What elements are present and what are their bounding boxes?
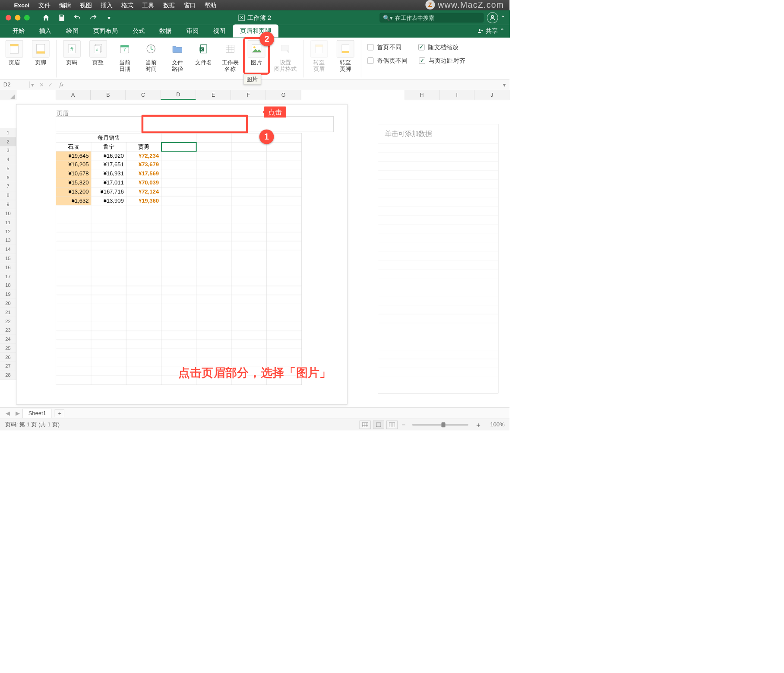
tab-draw[interactable]: 绘图 bbox=[59, 25, 86, 38]
tab-data[interactable]: 数据 bbox=[152, 25, 179, 38]
row-9[interactable]: 9 bbox=[0, 200, 16, 209]
user-account-icon[interactable] bbox=[487, 12, 498, 23]
col-A[interactable]: A bbox=[56, 90, 91, 100]
menu-file[interactable]: 文件 bbox=[38, 1, 50, 9]
header-left-box[interactable] bbox=[56, 116, 142, 132]
menu-format[interactable]: 格式 bbox=[121, 1, 133, 9]
row-17[interactable]: 17 bbox=[0, 272, 16, 281]
undo-icon[interactable] bbox=[73, 13, 82, 22]
footer-button[interactable]: 页脚 bbox=[29, 39, 52, 66]
col-G[interactable]: G bbox=[266, 90, 301, 100]
file-name-button[interactable]: X 文件名 bbox=[192, 39, 215, 73]
zoom-level[interactable]: 100% bbox=[484, 422, 504, 428]
row-19[interactable]: 19 bbox=[0, 290, 16, 299]
header-center-box[interactable] bbox=[143, 116, 247, 132]
sheet-name-button[interactable]: 工作表 名称 bbox=[218, 39, 241, 73]
row-5[interactable]: 5 bbox=[0, 164, 16, 173]
page-count-button[interactable]: # 页数 bbox=[87, 39, 110, 73]
home-icon[interactable] bbox=[41, 13, 51, 22]
menu-window[interactable]: 窗口 bbox=[184, 1, 196, 9]
row-20[interactable]: 20 bbox=[0, 299, 16, 308]
row-22[interactable]: 22 bbox=[0, 317, 16, 326]
row-14[interactable]: 14 bbox=[0, 245, 16, 254]
save-icon[interactable] bbox=[57, 13, 66, 22]
file-path-button[interactable]: 文件 路径 bbox=[166, 39, 189, 73]
tab-insert[interactable]: 插入 bbox=[32, 25, 59, 38]
check-diff-first[interactable]: 首页不同 bbox=[367, 43, 401, 51]
add-sheet-button[interactable]: ＋ bbox=[55, 409, 64, 417]
check-diff-oddeven[interactable]: 奇偶页不同 bbox=[367, 57, 408, 65]
header-right-box[interactable] bbox=[247, 116, 334, 132]
menu-help[interactable]: 帮助 bbox=[205, 1, 216, 9]
cancel-formula-icon[interactable]: ✕ bbox=[39, 81, 44, 88]
current-time-button[interactable]: 当前 时间 bbox=[139, 39, 162, 73]
col-C[interactable]: C bbox=[126, 90, 161, 100]
close-window-button[interactable] bbox=[6, 15, 11, 20]
row-21[interactable]: 21 bbox=[0, 308, 16, 317]
expand-formula-bar-icon[interactable]: ▾ bbox=[499, 81, 510, 88]
row-24[interactable]: 24 bbox=[0, 335, 16, 344]
col-B[interactable]: B bbox=[91, 90, 126, 100]
row-25[interactable]: 25 bbox=[0, 344, 16, 353]
view-pagelayout-icon[interactable] bbox=[373, 420, 384, 429]
menu-tools[interactable]: 工具 bbox=[142, 1, 154, 9]
row-18[interactable]: 18 bbox=[0, 281, 16, 290]
view-normal-icon[interactable] bbox=[360, 420, 371, 429]
row-26[interactable]: 26 bbox=[0, 353, 16, 362]
tab-home[interactable]: 开始 bbox=[5, 25, 32, 38]
row-11[interactable]: 11 bbox=[0, 218, 16, 227]
row-12[interactable]: 12 bbox=[0, 227, 16, 236]
zoom-out-button[interactable]: − bbox=[399, 421, 408, 429]
cells-region[interactable]: 每月销售石歧鲁宁贾勇¥19,645¥16,920¥72,234¥16,205¥1… bbox=[56, 133, 336, 385]
row-8[interactable]: 8 bbox=[0, 191, 16, 200]
col-E[interactable]: E bbox=[196, 90, 231, 100]
row-10[interactable]: 10 bbox=[0, 209, 16, 218]
customize-qat-icon[interactable]: ▾ bbox=[104, 13, 114, 22]
zoom-in-button[interactable]: ＋ bbox=[472, 420, 485, 429]
tab-pagelayout[interactable]: 页面布局 bbox=[86, 25, 125, 38]
tab-review[interactable]: 审阅 bbox=[179, 25, 206, 38]
redo-icon[interactable] bbox=[88, 13, 98, 22]
zoom-window-button[interactable] bbox=[24, 15, 30, 20]
confirm-formula-icon[interactable]: ✓ bbox=[48, 81, 53, 88]
namebox-dropdown-icon[interactable]: ▾ bbox=[30, 81, 35, 88]
app-name[interactable]: Excel bbox=[14, 2, 30, 9]
col-H[interactable]: H bbox=[405, 90, 439, 100]
col-D[interactable]: D bbox=[161, 90, 196, 100]
check-align-margins[interactable]: 与页边距对齐 bbox=[419, 57, 465, 65]
tab-formulas[interactable]: 公式 bbox=[125, 25, 152, 38]
current-date-button[interactable]: 7 当前 日期 bbox=[113, 39, 136, 73]
name-box[interactable]: D2 bbox=[0, 82, 30, 88]
check-scale-doc[interactable]: 随文档缩放 bbox=[418, 43, 459, 51]
page-number-button[interactable]: # 页码 bbox=[60, 39, 83, 73]
view-pagebreak-icon[interactable] bbox=[386, 420, 398, 429]
header-button[interactable]: 页眉 bbox=[3, 39, 26, 66]
tab-view[interactable]: 视图 bbox=[206, 25, 233, 38]
account-dropdown-icon[interactable]: ⌃ bbox=[501, 15, 505, 21]
tab-nav-prev-icon[interactable]: ◀ bbox=[3, 410, 13, 417]
goto-footer-button[interactable]: 转至 页脚 bbox=[334, 39, 357, 73]
share-button[interactable]: 共享 ⌃ bbox=[477, 27, 505, 35]
row-4[interactable]: 4 bbox=[0, 155, 16, 164]
select-all-button[interactable] bbox=[0, 90, 16, 100]
insert-picture-button[interactable]: 图片 2 bbox=[245, 39, 268, 73]
menu-view[interactable]: 视图 bbox=[80, 1, 92, 9]
row-2[interactable]: 2 bbox=[0, 137, 16, 146]
row-15[interactable]: 15 bbox=[0, 254, 16, 263]
zoom-slider[interactable] bbox=[412, 424, 468, 425]
search-input[interactable]: 🔍▾ 在工作表中搜索 bbox=[379, 13, 484, 22]
row-23[interactable]: 23 bbox=[0, 326, 16, 335]
fx-icon[interactable]: fx bbox=[57, 82, 63, 88]
row-1[interactable]: 1 bbox=[0, 128, 16, 137]
col-I[interactable]: I bbox=[439, 90, 474, 100]
menu-insert[interactable]: 插入 bbox=[101, 1, 112, 9]
sheet-tab-1[interactable]: Sheet1 bbox=[22, 409, 52, 418]
row-3[interactable]: 3 bbox=[0, 146, 16, 156]
col-F[interactable]: F bbox=[231, 90, 266, 100]
tab-nav-next-icon[interactable]: ▶ bbox=[13, 410, 22, 417]
row-6[interactable]: 6 bbox=[0, 173, 16, 182]
row-7[interactable]: 7 bbox=[0, 182, 16, 191]
row-13[interactable]: 13 bbox=[0, 236, 16, 245]
minimize-window-button[interactable] bbox=[15, 15, 20, 20]
right-panel-placeholder[interactable]: 单击可添加数据 bbox=[378, 124, 498, 143]
